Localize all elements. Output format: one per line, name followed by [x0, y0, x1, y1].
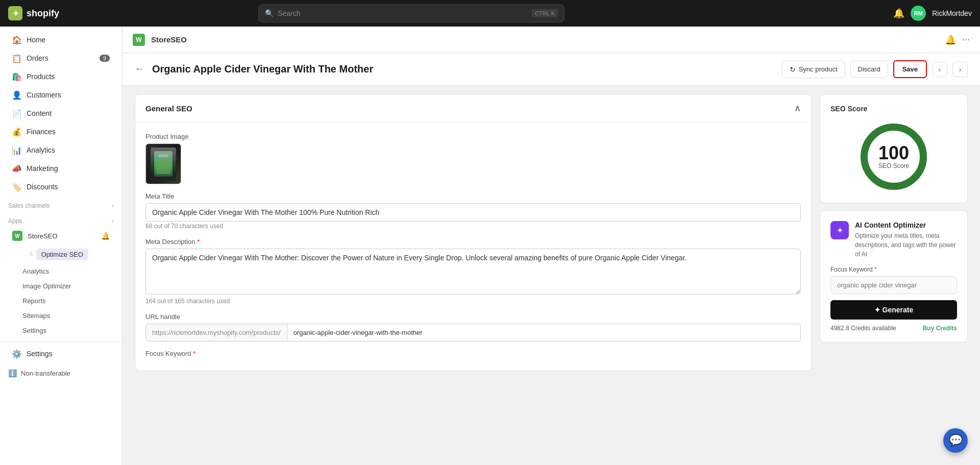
product-image — [145, 143, 181, 184]
sidebar-item-home[interactable]: 🏠 Home — [4, 31, 118, 48]
discounts-icon: 🏷️ — [12, 182, 21, 191]
seo-score-title: SEO Score — [830, 105, 867, 113]
sidebar-subitem-reports[interactable]: Reports — [4, 294, 118, 308]
collapse-icon[interactable]: ∧ — [794, 103, 801, 114]
save-button[interactable]: Save — [893, 60, 927, 78]
content-icon: 📄 — [12, 109, 21, 118]
page-title: Organic Apple Cider Vinegar With The Mot… — [152, 63, 774, 75]
app-logo: W — [133, 34, 145, 46]
meta-title-char-count: 68 out of 70 characters used — [145, 223, 801, 230]
shopify-logo-text: shopify — [27, 8, 59, 19]
sub-settings-label: Settings — [22, 327, 46, 334]
sidebar-item-products[interactable]: 🛍️ Products — [4, 68, 118, 85]
sidebar-item-discounts[interactable]: 🏷️ Discounts — [4, 178, 118, 195]
sidebar-item-label: Finances — [27, 128, 56, 136]
right-panel: SEO Score 100 SEO Score — [820, 94, 968, 457]
section-header: General SEO ∧ — [135, 94, 811, 123]
storeseo-app-icon: W — [12, 231, 22, 241]
products-icon: 🛍️ — [12, 72, 21, 81]
sub-reports-label: Reports — [22, 297, 46, 305]
main-content: W StoreSEO 🔔 ··· ← Organic Apple Cider V… — [122, 27, 980, 465]
info-icon: ℹ️ — [8, 369, 17, 377]
analytics-icon: 📊 — [12, 145, 21, 155]
meta-title-field: Meta Title 68 out of 70 characters used — [145, 192, 801, 230]
url-value[interactable]: organic-apple-cider-vinegar-with-the-mot… — [287, 324, 800, 341]
search-bar[interactable]: 🔍 CTRL K — [258, 4, 565, 22]
shopify-logo-icon: ✦ — [8, 6, 22, 20]
app-bell-icon[interactable]: 🔔 — [101, 232, 110, 240]
avatar: RM — [911, 6, 926, 21]
ai-optimizer-header: ✦ AI Content Optimizer Optimize your met… — [830, 221, 957, 259]
sales-channels-section: Sales channels › — [0, 196, 122, 211]
section-title: General SEO — [145, 104, 192, 113]
back-arrow-icon[interactable]: ← — [135, 64, 144, 75]
prev-arrow-button[interactable]: ‹ — [932, 62, 947, 77]
username-label: RickMortdev — [932, 9, 972, 17]
url-handle-label: URL handle — [145, 313, 801, 321]
sidebar-item-settings[interactable]: ⚙️ Settings — [4, 345, 118, 362]
tree-connector-icon: └ — [29, 251, 33, 258]
sidebar-subitem-image-optimizer[interactable]: Image Optimizer — [4, 279, 118, 293]
sidebar: 🏠 Home 📋 Orders 9 🛍️ Products 👤 Customer… — [0, 27, 122, 465]
sidebar-subitem-analytics[interactable]: Analytics — [4, 264, 118, 278]
shopify-logo: ✦ shopify — [8, 6, 90, 20]
storeseo-label: StoreSEO — [28, 232, 58, 240]
sub-analytics-label: Analytics — [22, 267, 49, 275]
seo-score-card: SEO Score 100 SEO Score — [820, 94, 968, 203]
sidebar-item-optimize-seo[interactable]: └ Optimize SEO — [4, 246, 118, 263]
sidebar-item-storeseo[interactable]: W StoreSEO 🔔 — [4, 227, 118, 244]
sidebar-divider — [0, 341, 122, 341]
app-header-dots-icon[interactable]: ··· — [962, 34, 970, 45]
focus-keyword-label: Focus Keyword * — [145, 350, 801, 357]
page-header: ← Organic Apple Cider Vinegar With The M… — [122, 53, 980, 86]
sidebar-item-orders[interactable]: 📋 Orders 9 — [4, 50, 118, 67]
buy-credits-link[interactable]: Buy Credits — [923, 325, 957, 332]
app-header-bell-icon[interactable]: 🔔 — [945, 34, 956, 45]
search-input[interactable] — [278, 9, 528, 17]
sidebar-item-finances[interactable]: 💰 Finances — [4, 123, 118, 140]
two-column-layout: General SEO ∧ Product Image — [122, 86, 980, 465]
topbar-right: 🔔 RM RickMortdev — [893, 6, 972, 21]
section-body: Product Image — [135, 123, 811, 371]
notification-bell-icon[interactable]: 🔔 — [893, 8, 904, 19]
marketing-icon: 📣 — [12, 164, 21, 173]
sidebar-item-label: Marketing — [27, 164, 58, 173]
layout: 🏠 Home 📋 Orders 9 🛍️ Products 👤 Customer… — [0, 27, 980, 465]
score-number: 100 — [878, 144, 909, 162]
non-transferable-label: ℹ️ Non-transferable — [0, 363, 122, 383]
chat-button[interactable]: 💬 — [943, 428, 968, 453]
sync-icon: ↻ — [790, 65, 796, 74]
focus-keyword-field: Focus Keyword * — [145, 350, 801, 360]
app-header-right: 🔔 ··· — [945, 34, 970, 45]
ai-optimizer-card: ✦ AI Content Optimizer Optimize your met… — [820, 210, 968, 342]
meta-title-input[interactable] — [145, 203, 801, 222]
ai-title: AI Content Optimizer — [855, 221, 957, 229]
next-arrow-button[interactable]: › — [952, 62, 968, 77]
search-shortcut: CTRL K — [532, 9, 558, 17]
sidebar-item-label: Home — [27, 36, 45, 44]
sidebar-item-label: Orders — [27, 54, 48, 62]
meta-description-input[interactable]: Organic Apple Cider Vinegar With The Mot… — [145, 249, 801, 295]
meta-title-label: Meta Title — [145, 192, 801, 200]
sidebar-item-marketing[interactable]: 📣 Marketing — [4, 160, 118, 177]
sync-product-button[interactable]: ↻ Sync product — [782, 61, 845, 78]
sidebar-item-content[interactable]: 📄 Content — [4, 105, 118, 122]
sidebar-item-analytics[interactable]: 📊 Analytics — [4, 141, 118, 159]
focus-keyword-ai-label: Focus Keyword * — [830, 266, 957, 273]
sidebar-subitem-settings[interactable]: Settings — [4, 324, 118, 337]
focus-keyword-ai-input[interactable] — [830, 276, 957, 294]
sales-channels-label: Sales channels — [8, 202, 50, 209]
score-label: SEO Score — [878, 162, 909, 169]
sidebar-subitem-sitemaps[interactable]: Sitemaps — [4, 309, 118, 323]
app-name-label: StoreSEO — [151, 35, 187, 44]
sidebar-item-label: Content — [27, 109, 52, 117]
product-image-field: Product Image — [145, 133, 801, 184]
sub-image-optimizer-label: Image Optimizer — [22, 282, 71, 290]
ai-icon: ✦ — [830, 221, 849, 239]
discard-button[interactable]: Discard — [850, 61, 888, 78]
generate-button[interactable]: ✦ Generate — [830, 300, 957, 320]
sub-sitemaps-label: Sitemaps — [22, 312, 50, 320]
chevron-right-icon: › — [112, 202, 114, 209]
sidebar-item-customers[interactable]: 👤 Customers — [4, 86, 118, 104]
meta-description-char-count: 164 out of 165 characters used — [145, 298, 801, 305]
